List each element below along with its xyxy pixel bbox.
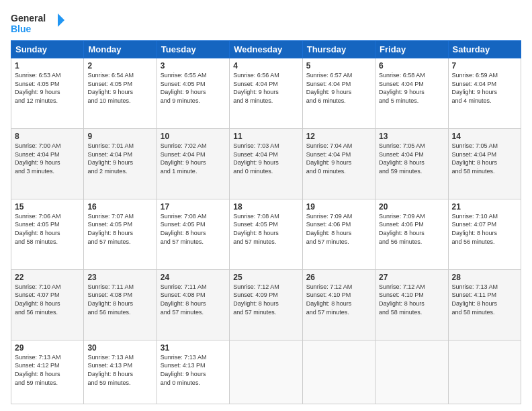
- day-number: 19: [306, 202, 371, 212]
- day-info: Sunrise: 7:13 AM Sunset: 4:13 PM Dayligh…: [87, 353, 152, 387]
- calendar-week-row: 8Sunrise: 7:00 AM Sunset: 4:04 PM Daylig…: [11, 128, 521, 199]
- calendar-cell: 12Sunrise: 7:04 AM Sunset: 4:04 PM Dayli…: [302, 128, 375, 199]
- calendar-cell: 31Sunrise: 7:13 AM Sunset: 4:13 PM Dayli…: [157, 340, 229, 404]
- day-number: 14: [452, 132, 517, 141]
- day-number: 20: [379, 202, 444, 212]
- svg-marker-2: [58, 13, 64, 27]
- col-header-monday: Monday: [84, 41, 157, 58]
- day-number: 7: [452, 61, 517, 71]
- day-info: Sunrise: 6:53 AM Sunset: 4:05 PM Dayligh…: [15, 71, 80, 105]
- day-info: Sunrise: 7:08 AM Sunset: 4:05 PM Dayligh…: [161, 212, 226, 246]
- day-number: 15: [15, 202, 80, 212]
- calendar-cell: 28Sunrise: 7:13 AM Sunset: 4:11 PM Dayli…: [448, 269, 521, 340]
- day-info: Sunrise: 6:56 AM Sunset: 4:04 PM Dayligh…: [233, 71, 298, 105]
- calendar-cell: [448, 340, 521, 404]
- day-info: Sunrise: 7:11 AM Sunset: 4:08 PM Dayligh…: [87, 283, 152, 316]
- calendar-cell: 29Sunrise: 7:13 AM Sunset: 4:12 PM Dayli…: [11, 340, 84, 404]
- calendar-cell: 27Sunrise: 7:12 AM Sunset: 4:10 PM Dayli…: [375, 269, 448, 340]
- day-info: Sunrise: 7:08 AM Sunset: 4:05 PM Dayligh…: [233, 212, 298, 246]
- header: General Blue: [11, 11, 521, 35]
- col-header-wednesday: Wednesday: [230, 41, 302, 58]
- day-info: Sunrise: 6:55 AM Sunset: 4:05 PM Dayligh…: [161, 71, 226, 105]
- day-number: 22: [15, 273, 80, 282]
- page: General Blue SundayMondayTuesdayWednesda…: [0, 0, 532, 411]
- day-number: 29: [15, 343, 80, 353]
- calendar-cell: 5Sunrise: 6:57 AM Sunset: 4:04 PM Daylig…: [302, 58, 375, 129]
- calendar-cell: 24Sunrise: 7:11 AM Sunset: 4:08 PM Dayli…: [157, 269, 229, 340]
- calendar-cell: 10Sunrise: 7:02 AM Sunset: 4:04 PM Dayli…: [157, 128, 229, 199]
- day-info: Sunrise: 6:54 AM Sunset: 4:05 PM Dayligh…: [87, 71, 152, 105]
- day-info: Sunrise: 6:58 AM Sunset: 4:04 PM Dayligh…: [379, 71, 444, 105]
- day-number: 5: [306, 61, 371, 71]
- day-info: Sunrise: 7:00 AM Sunset: 4:04 PM Dayligh…: [15, 142, 80, 175]
- day-number: 10: [161, 132, 226, 141]
- calendar-table: SundayMondayTuesdayWednesdayThursdayFrid…: [11, 40, 521, 404]
- day-number: 9: [87, 132, 152, 141]
- calendar-cell: 6Sunrise: 6:58 AM Sunset: 4:04 PM Daylig…: [375, 58, 448, 129]
- day-number: 12: [306, 132, 371, 141]
- day-number: 24: [161, 273, 226, 282]
- col-header-saturday: Saturday: [448, 41, 521, 58]
- calendar-cell: 9Sunrise: 7:01 AM Sunset: 4:04 PM Daylig…: [84, 128, 157, 199]
- calendar-cell: 13Sunrise: 7:05 AM Sunset: 4:04 PM Dayli…: [375, 128, 448, 199]
- day-info: Sunrise: 7:13 AM Sunset: 4:12 PM Dayligh…: [15, 353, 80, 387]
- day-info: Sunrise: 7:07 AM Sunset: 4:05 PM Dayligh…: [87, 212, 152, 246]
- calendar-cell: 17Sunrise: 7:08 AM Sunset: 4:05 PM Dayli…: [157, 199, 229, 269]
- day-info: Sunrise: 7:01 AM Sunset: 4:04 PM Dayligh…: [87, 142, 152, 175]
- col-header-thursday: Thursday: [302, 41, 375, 58]
- logo-svg: General Blue: [11, 11, 64, 35]
- calendar-cell: 18Sunrise: 7:08 AM Sunset: 4:05 PM Dayli…: [230, 199, 302, 269]
- calendar-week-row: 22Sunrise: 7:10 AM Sunset: 4:07 PM Dayli…: [11, 269, 521, 340]
- day-info: Sunrise: 6:59 AM Sunset: 4:04 PM Dayligh…: [452, 71, 517, 105]
- calendar-cell: 3Sunrise: 6:55 AM Sunset: 4:05 PM Daylig…: [157, 58, 229, 129]
- day-info: Sunrise: 7:02 AM Sunset: 4:04 PM Dayligh…: [161, 142, 226, 175]
- day-number: 23: [87, 273, 152, 282]
- day-info: Sunrise: 7:09 AM Sunset: 4:06 PM Dayligh…: [379, 212, 444, 246]
- calendar-cell: 23Sunrise: 7:11 AM Sunset: 4:08 PM Dayli…: [84, 269, 157, 340]
- day-number: 13: [379, 132, 444, 141]
- day-number: 16: [87, 202, 152, 212]
- day-number: 17: [161, 202, 226, 212]
- calendar-cell: [302, 340, 375, 404]
- day-number: 28: [452, 273, 517, 282]
- svg-text:Blue: Blue: [11, 24, 32, 34]
- day-number: 8: [15, 132, 80, 141]
- day-info: Sunrise: 7:10 AM Sunset: 4:07 PM Dayligh…: [452, 212, 517, 246]
- day-number: 4: [233, 61, 298, 71]
- day-number: 21: [452, 202, 517, 212]
- col-header-friday: Friday: [375, 41, 448, 58]
- day-info: Sunrise: 7:12 AM Sunset: 4:10 PM Dayligh…: [379, 283, 444, 316]
- calendar-cell: 19Sunrise: 7:09 AM Sunset: 4:06 PM Dayli…: [302, 199, 375, 269]
- calendar-cell: 22Sunrise: 7:10 AM Sunset: 4:07 PM Dayli…: [11, 269, 84, 340]
- calendar-week-row: 1Sunrise: 6:53 AM Sunset: 4:05 PM Daylig…: [11, 58, 521, 129]
- calendar-cell: 25Sunrise: 7:12 AM Sunset: 4:09 PM Dayli…: [230, 269, 302, 340]
- svg-text:General: General: [11, 13, 46, 24]
- logo: General Blue: [11, 11, 64, 35]
- calendar-cell: 11Sunrise: 7:03 AM Sunset: 4:04 PM Dayli…: [230, 128, 302, 199]
- calendar-cell: 4Sunrise: 6:56 AM Sunset: 4:04 PM Daylig…: [230, 58, 302, 129]
- day-info: Sunrise: 7:13 AM Sunset: 4:11 PM Dayligh…: [452, 283, 517, 316]
- calendar-cell: 16Sunrise: 7:07 AM Sunset: 4:05 PM Dayli…: [84, 199, 157, 269]
- calendar-cell: 26Sunrise: 7:12 AM Sunset: 4:10 PM Dayli…: [302, 269, 375, 340]
- day-number: 25: [233, 273, 298, 282]
- day-info: Sunrise: 7:10 AM Sunset: 4:07 PM Dayligh…: [15, 283, 80, 316]
- calendar-cell: 21Sunrise: 7:10 AM Sunset: 4:07 PM Dayli…: [448, 199, 521, 269]
- day-info: Sunrise: 7:03 AM Sunset: 4:04 PM Dayligh…: [233, 142, 298, 175]
- day-info: Sunrise: 7:05 AM Sunset: 4:04 PM Dayligh…: [452, 142, 517, 175]
- calendar-cell: 1Sunrise: 6:53 AM Sunset: 4:05 PM Daylig…: [11, 58, 84, 129]
- col-header-tuesday: Tuesday: [157, 41, 229, 58]
- calendar-cell: 8Sunrise: 7:00 AM Sunset: 4:04 PM Daylig…: [11, 128, 84, 199]
- day-info: Sunrise: 7:06 AM Sunset: 4:05 PM Dayligh…: [15, 212, 80, 246]
- day-number: 30: [87, 343, 152, 353]
- day-number: 11: [233, 132, 298, 141]
- calendar-cell: [230, 340, 302, 404]
- day-number: 6: [379, 61, 444, 71]
- calendar-cell: [375, 340, 448, 404]
- day-info: Sunrise: 7:12 AM Sunset: 4:10 PM Dayligh…: [306, 283, 371, 316]
- calendar-header-row: SundayMondayTuesdayWednesdayThursdayFrid…: [11, 41, 521, 58]
- day-info: Sunrise: 7:11 AM Sunset: 4:08 PM Dayligh…: [161, 283, 226, 316]
- day-number: 27: [379, 273, 444, 282]
- day-number: 3: [161, 61, 226, 71]
- calendar-cell: 15Sunrise: 7:06 AM Sunset: 4:05 PM Dayli…: [11, 199, 84, 269]
- day-number: 18: [233, 202, 298, 212]
